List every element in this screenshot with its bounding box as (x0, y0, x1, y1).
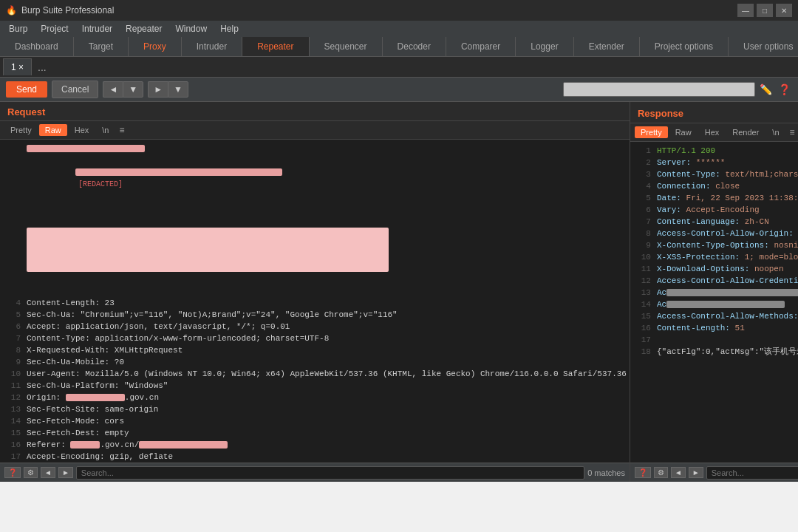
menu-repeater[interactable]: Repeater (120, 22, 168, 35)
req-help-btn[interactable]: ❓ (4, 467, 21, 478)
req-settings-btn[interactable]: ⚙ (24, 467, 38, 478)
tab-sequencer[interactable]: Sequencer (310, 37, 383, 56)
req-line-8: 8 X-Requested-With: XMLHttpRequest (0, 344, 630, 356)
url-display (563, 82, 755, 97)
resp-line-5: 5 Date: Fri, 22 Sep 2023 11:38:00 GMT (630, 192, 798, 204)
tab-logger[interactable]: Logger (516, 37, 573, 56)
req-line-4: 4 Content-Length: 23 (0, 297, 630, 309)
response-tabs: Pretty Raw Hex Render \n ≡ (630, 123, 798, 142)
resp-tab-render[interactable]: Render (726, 126, 765, 138)
menu-burp[interactable]: Burp (3, 22, 33, 35)
req-line-r1 (0, 143, 630, 154)
req-prev-btn[interactable]: ◄ (41, 467, 55, 478)
nav-fwd-button[interactable]: ► (148, 81, 168, 98)
menu-project[interactable]: Project (35, 22, 74, 35)
req-line-9: 9 Sec-Ch-Ua-Mobile: ?0 (0, 356, 630, 368)
toolbar: Send Cancel ◄ ▼ ► ▼ ✏️ ❓ (0, 78, 798, 102)
repeater-tab-new[interactable]: ... (33, 61, 51, 73)
request-matches-label: 0 matches (587, 468, 625, 477)
resp-line-8: 8 Access-Control-Allow-Origin: * (630, 228, 798, 239)
edit-target-button[interactable]: ✏️ (758, 82, 774, 97)
resp-prev-btn[interactable]: ◄ (671, 467, 686, 478)
request-body[interactable]: [REDACTED] 4 Content-Length: 23 5 Sec-Ch… (0, 140, 630, 463)
window-controls[interactable]: — □ ✕ (737, 4, 792, 17)
cancel-button[interactable]: Cancel (52, 81, 98, 98)
resp-line-2: 2 Server: ****** (630, 157, 798, 168)
req-line-r2: [REDACTED] (0, 154, 630, 202)
nav-fwd-group: ► ▼ (148, 81, 188, 98)
maximize-button[interactable]: □ (757, 4, 773, 17)
tab-proxy[interactable]: Proxy (129, 37, 182, 56)
url-bar: ✏️ ❓ (563, 82, 792, 97)
request-search-input[interactable] (76, 466, 584, 480)
resp-help-btn[interactable]: ❓ (635, 467, 651, 478)
resp-line-11: 11 X-Download-Options: noopen (630, 263, 798, 275)
resp-line-17: 17 (630, 334, 798, 346)
send-button[interactable]: Send (6, 81, 47, 98)
nav-fwd-dropdown[interactable]: ▼ (168, 81, 188, 98)
response-search-bar: ❓ ⚙ ◄ ► 0 matches (630, 463, 798, 482)
tab-dashboard[interactable]: Dashboard (0, 37, 74, 56)
req-line-17: 17 Accept-Encoding: gzip, deflate (0, 451, 630, 463)
tab-extender[interactable]: Extender (574, 37, 640, 56)
resp-line-16: 16 Content-Length: 51 (630, 322, 798, 334)
tab-decoder[interactable]: Decoder (383, 37, 446, 56)
menu-intruder[interactable]: Intruder (76, 22, 118, 35)
nav-back-button[interactable]: ◄ (103, 81, 123, 98)
app-icon: 🔥 (6, 5, 17, 16)
titlebar: 🔥 Burp Suite Professional — □ ✕ (0, 0, 798, 21)
response-search-input[interactable] (706, 466, 798, 480)
repeater-tabs: 1 × ... (0, 57, 798, 78)
resp-line-15: 15 Access-Control-Allow-Methods: POST, G… (630, 310, 798, 322)
resp-tab-hex[interactable]: Hex (699, 126, 726, 138)
titlebar-title: Burp Suite Professional (21, 5, 114, 16)
response-header: Response (638, 108, 683, 119)
resp-next-btn[interactable]: ► (689, 467, 703, 478)
resp-tab-raw[interactable]: Raw (669, 126, 698, 138)
tab-user-options[interactable]: User options (729, 37, 798, 56)
nav-tabs: Dashboard Target Proxy Intruder Repeater… (0, 37, 798, 57)
resp-line-9: 9 X-Content-Type-Options: nosniff (630, 239, 798, 251)
req-line-11: 11 Sec-Ch-Ua-Platform: "Windows" (0, 380, 630, 392)
resp-line-10: 10 X-XSS-Protection: 1; mode=block (630, 251, 798, 263)
resp-settings-btn[interactable]: ⚙ (654, 467, 668, 478)
repeater-tab-1[interactable]: 1 × (3, 58, 32, 75)
req-line-7: 7 Content-Type: application/x-www-form-u… (0, 332, 630, 344)
menu-help[interactable]: Help (214, 22, 245, 35)
resp-tab-newline[interactable]: \n (766, 126, 785, 138)
req-tab-raw[interactable]: Raw (39, 124, 67, 136)
tab-project-options[interactable]: Project options (640, 37, 729, 56)
resp-line-3: 3 Content-Type: text/html;charset=UTF-8 (630, 168, 798, 180)
tab-intruder[interactable]: Intruder (182, 37, 242, 56)
req-tab-hex[interactable]: Hex (69, 124, 95, 136)
menu-window[interactable]: Window (169, 22, 213, 35)
request-tabs: Pretty Raw Hex \n ≡ (0, 121, 630, 140)
nav-back-group: ◄ ▼ (103, 81, 143, 98)
response-panel: Response ▦ ≡ ▬ Pretty Raw Hex Render \n … (630, 102, 798, 482)
req-tab-newline[interactable]: \n (96, 124, 115, 136)
req-line-block (0, 202, 630, 297)
response-body[interactable]: 1 HTTP/1.1 200 2 Server: ****** 3 Conten… (630, 142, 798, 463)
help-button[interactable]: ❓ (777, 82, 792, 97)
req-next-btn[interactable]: ► (58, 467, 73, 478)
menubar: Burp Project Intruder Repeater Window He… (0, 21, 798, 37)
resp-line-12: 12 Access-Control-Allow-Credentials: tru… (630, 275, 798, 287)
req-line-5: 5 Sec-Ch-Ua: "Chromium";v="116", "Not)A;… (0, 309, 630, 321)
tab-target[interactable]: Target (74, 37, 129, 56)
req-line-12: 12 Origin: .gov.cn (0, 392, 630, 403)
resp-line-1: 1 HTTP/1.1 200 (630, 145, 798, 157)
nav-back-dropdown[interactable]: ▼ (123, 81, 143, 98)
resp-line-14: 14 Ac (630, 299, 798, 310)
minimize-button[interactable]: — (737, 4, 754, 17)
tab-repeater[interactable]: Repeater (242, 37, 309, 56)
resp-line-4: 4 Connection: close (630, 180, 798, 192)
resp-tab-pretty[interactable]: Pretty (635, 126, 668, 138)
resp-line-6: 6 Vary: Accept-Encoding (630, 204, 798, 216)
tab-comparer[interactable]: Comparer (446, 37, 516, 56)
close-button[interactable]: ✕ (776, 4, 792, 17)
req-tab-menu[interactable]: ≡ (117, 123, 128, 137)
req-tab-pretty[interactable]: Pretty (4, 124, 38, 136)
req-line-15: 15 Sec-Fetch-Dest: empty (0, 427, 630, 439)
resp-line-13: 13 Ac (630, 287, 798, 299)
resp-tab-menu[interactable]: ≡ (787, 126, 798, 139)
